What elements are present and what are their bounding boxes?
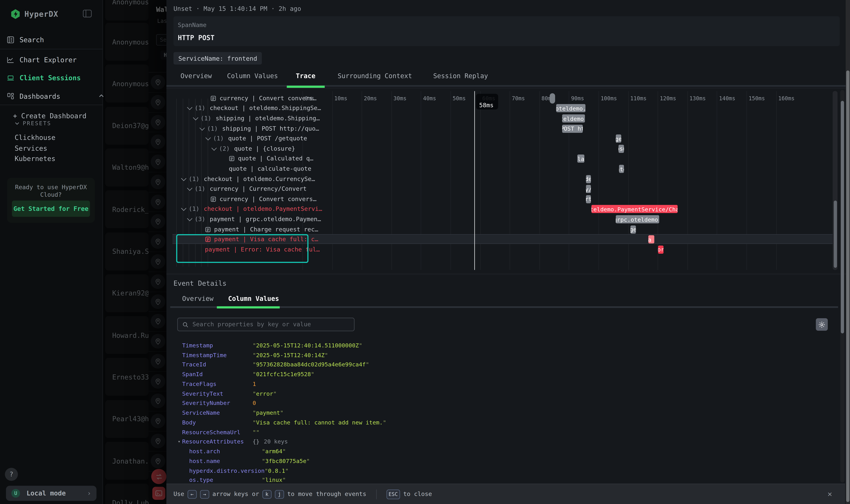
sidebar-item-search[interactable]: Search bbox=[6, 36, 44, 44]
trace-span-row[interactable]: (1)shipping | POST http://quo… bbox=[172, 124, 833, 133]
chevron-down-icon[interactable] bbox=[193, 115, 198, 120]
sidebar-collapse-icon[interactable] bbox=[83, 10, 92, 17]
property-row[interactable]: TraceFlags1 bbox=[182, 379, 822, 389]
property-list: Timestamp"2025-05-15T12:40:14.511000000Z… bbox=[182, 340, 822, 485]
settings-button[interactable] bbox=[816, 318, 828, 331]
chevron-down-icon[interactable] bbox=[211, 145, 217, 151]
property-row[interactable]: host.arch"arm64" bbox=[182, 446, 822, 456]
local-mode-menu[interactable]: U Local mode › bbox=[6, 486, 96, 501]
trace-span-row[interactable]: (1)checkout | oteldemo.ShippingSe… bbox=[172, 103, 833, 113]
trace-span-row[interactable]: (1)checkout | oteldemo.CurrencySe… bbox=[172, 174, 833, 184]
span-name-panel: SpanName HTTP POST bbox=[174, 16, 840, 46]
property-row[interactable]: TimestampTime"2025-05-15T12:40:14Z" bbox=[182, 350, 822, 360]
span-duration-bar[interactable]: oteldemo.PaymentService/Char bbox=[591, 205, 677, 213]
span-duration-bar[interactable]: Calculated q bbox=[577, 155, 584, 163]
span-duration-bar[interactable]: oteldemo.S bbox=[562, 114, 585, 123]
property-row[interactable]: os.type"linux" bbox=[182, 475, 822, 485]
property-row[interactable]: hyperdx.distro.version"0.8.1" bbox=[182, 466, 822, 475]
close-icon[interactable]: ✕ bbox=[828, 489, 832, 498]
sidebar-item-chart-explorer[interactable]: Chart Explorer bbox=[6, 56, 76, 64]
span-duration-bar[interactable]: oteldemo. bbox=[556, 104, 585, 112]
ed-tab-column-values[interactable]: Column Values bbox=[228, 295, 279, 303]
properties-search[interactable]: Search properties by key or value bbox=[177, 318, 355, 331]
trace-span-row[interactable]: (2)quote | {closure} bbox=[172, 144, 833, 154]
property-row[interactable]: SpanId"021fcfc15c1e9528" bbox=[182, 370, 822, 379]
span-row-label: shipping | oteldemo.Shipping… bbox=[216, 115, 320, 122]
tab-trace[interactable]: Trace bbox=[296, 72, 315, 86]
modal-overlay[interactable] bbox=[103, 0, 167, 504]
chevron-down-icon[interactable] bbox=[205, 135, 211, 141]
trace-span-row[interactable]: currency | Convert convers… bbox=[172, 194, 833, 204]
span-duration-bar[interactable]: Visa cac bbox=[648, 235, 654, 244]
trace-span-row[interactable]: (1)currency | Currency/Convert bbox=[172, 184, 833, 194]
sidebar-preset-services[interactable]: Services bbox=[15, 144, 47, 152]
help-button[interactable]: ? bbox=[5, 468, 18, 481]
chevron-down-icon[interactable] bbox=[187, 216, 192, 221]
property-row[interactable]: SeverityText"error" bbox=[182, 389, 822, 398]
trace-span-row[interactable]: (1)checkout | oteldemo.PaymentServi… bbox=[172, 204, 833, 214]
modal-scrollbar[interactable] bbox=[840, 90, 845, 482]
chevron-down-icon[interactable] bbox=[199, 125, 205, 130]
get-started-button[interactable]: Get Started for Free bbox=[12, 201, 90, 217]
span-duration-bar[interactable]: POST /getquote bbox=[616, 134, 621, 143]
property-row[interactable]: Timestamp"2025-05-15T12:40:14.511000000Z… bbox=[182, 340, 822, 350]
span-duration-bar[interactable]: Error: V bbox=[658, 245, 664, 254]
span-row-label: checkout | oteldemo.ShippingSe… bbox=[210, 105, 321, 112]
property-row[interactable]: ServiceName"payment" bbox=[182, 408, 822, 417]
chevron-down-icon[interactable] bbox=[187, 105, 192, 110]
sidebar-item-client-sessions[interactable]: Client Sessions bbox=[6, 74, 81, 82]
property-key: host.arch bbox=[189, 448, 262, 454]
collapse-triangle-icon[interactable]: ▾ bbox=[178, 439, 181, 444]
sidebar-preset-clickhouse[interactable]: Clickhouse bbox=[15, 133, 55, 142]
trace-span-row[interactable]: (1)quote | POST /getquote bbox=[172, 133, 833, 144]
span-duration-bar[interactable]: POST ht bbox=[562, 125, 583, 133]
trace-span-row[interactable]: (3)payment | grpc.oteldemo.Paymen… bbox=[172, 214, 833, 224]
page-scrollbar-thumb[interactable] bbox=[846, 70, 849, 502]
trace-span-row[interactable]: currency | Convert convers… bbox=[172, 93, 833, 104]
span-duration-bar[interactable]: Convert conv bbox=[586, 195, 591, 203]
cloud-promo-text: Ready to use HyperDXCloud? bbox=[7, 184, 95, 199]
property-row[interactable]: ResourceSchemaUrl"" bbox=[182, 427, 822, 437]
ed-tab-overview[interactable]: Overview bbox=[182, 295, 214, 303]
cursor-time-value: 58ms bbox=[479, 102, 493, 109]
page-scrollbar[interactable] bbox=[846, 0, 850, 504]
property-row[interactable]: SeverityNumber0 bbox=[182, 398, 822, 408]
waterfall-scrollbar[interactable] bbox=[833, 91, 838, 270]
span-row-label: checkout | oteldemo.PaymentServi… bbox=[204, 205, 322, 213]
span-duration-bar[interactable]: {closure} bbox=[619, 145, 624, 153]
property-key: Body bbox=[182, 419, 253, 425]
sidebar-preset-kubernetes[interactable]: Kubernetes bbox=[15, 155, 55, 163]
presets-toggle[interactable]: PRESETS bbox=[15, 120, 51, 126]
create-dashboard-button[interactable]: + Create Dashboard bbox=[13, 112, 87, 120]
child-count: (2) bbox=[219, 145, 230, 152]
modal-scrollbar-thumb[interactable] bbox=[841, 101, 844, 334]
span-duration-bar[interactable]: grpc.oteldemo. bbox=[616, 215, 659, 223]
timeline-scroll-handle[interactable] bbox=[550, 93, 555, 104]
span-duration-bar[interactable]: Charge req bbox=[630, 225, 636, 234]
chevron-down-icon[interactable] bbox=[181, 176, 186, 181]
span-duration-bar[interactable]: calculate-quote bbox=[619, 165, 624, 173]
trace-span-row[interactable]: (1)shipping | oteldemo.Shipping… bbox=[172, 113, 833, 124]
tab-column-values[interactable]: Column Values bbox=[227, 72, 278, 86]
property-row[interactable]: ▾ResourceAttributes{}20 keys bbox=[182, 437, 822, 446]
property-row[interactable]: Body"Visa cache full: cannot add new ite… bbox=[182, 417, 822, 427]
tab-session-replay[interactable]: Session Replay bbox=[433, 72, 488, 86]
chevron-down-icon[interactable] bbox=[181, 206, 186, 211]
trace-span-row[interactable]: quote | calculate-quote bbox=[172, 164, 833, 174]
property-value: {}20 keys bbox=[253, 438, 288, 445]
event-details-title: Event Details bbox=[174, 279, 227, 287]
property-row[interactable]: host.name"3fbc80775a5e" bbox=[182, 456, 822, 466]
span-duration-bar[interactable]: oteldemo.C bbox=[586, 175, 591, 183]
property-row[interactable]: TraceId"957362828baa84dc02d95a4e6e99ca4f… bbox=[182, 360, 822, 369]
span-row-label: payment | Charge request rec… bbox=[214, 226, 318, 233]
span-duration-bar[interactable]: Currency/Convert bbox=[586, 185, 591, 193]
chevron-down-icon[interactable] bbox=[187, 185, 192, 191]
waterfall-scrollbar-thumb[interactable] bbox=[833, 201, 837, 268]
trace-span-row[interactable]: quote | Calculated q… bbox=[172, 154, 833, 164]
tab-surrounding-context[interactable]: Surrounding Context bbox=[338, 72, 412, 86]
property-value: 0 bbox=[253, 400, 256, 406]
service-name-chip[interactable]: ServiceName: frontend bbox=[174, 52, 262, 64]
trace-span-row[interactable]: payment | Charge request rec… bbox=[172, 224, 833, 234]
sidebar-item-dashboards[interactable]: Dashboards bbox=[6, 92, 104, 100]
tab-overview[interactable]: Overview bbox=[181, 72, 212, 86]
